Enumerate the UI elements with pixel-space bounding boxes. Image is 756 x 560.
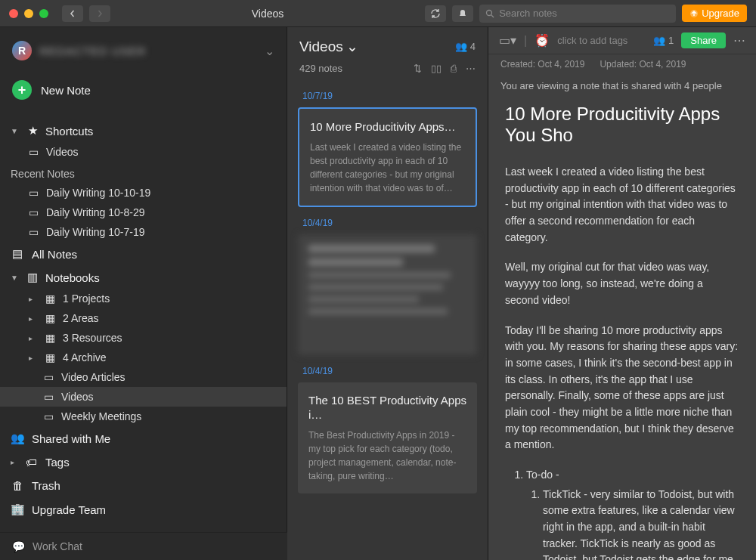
sidebar: R REDACTED USER ⌄ + New Note ▼ ★ Shortcu…: [0, 27, 287, 560]
note-title[interactable]: 10 More Producitivity Apps You Sho: [505, 104, 739, 146]
svg-point-0: [487, 10, 492, 15]
chevron-right-icon: ▸: [29, 334, 38, 342]
notebook-icon: ▭: [44, 391, 54, 403]
note-card-selected[interactable]: 10 More Producitivity Apps… Last week I …: [298, 107, 477, 207]
notebooks-section[interactable]: ▼ ▥ Notebooks: [0, 266, 287, 289]
search-input[interactable]: Search notes: [479, 5, 676, 23]
note-icon: ▭: [29, 187, 39, 199]
note-more-button[interactable]: ⋯: [733, 33, 745, 48]
note-card-title: The 10 BEST Productivity Apps i…: [308, 393, 466, 422]
add-tags-input[interactable]: click to add tags: [557, 35, 627, 46]
titlebar: Videos Search notes Upgrade: [0, 0, 756, 27]
notebook-icon: ▭: [44, 371, 54, 383]
sidebar-item-allnotes[interactable]: ▤ All Notes: [0, 242, 287, 266]
notebook-icon: ▭: [44, 410, 54, 422]
shortcuts-section[interactable]: ▼ ★ Shortcuts: [0, 119, 287, 142]
note-icon: ▭: [29, 146, 39, 158]
account-switcher[interactable]: R REDACTED USER ⌄: [0, 35, 287, 67]
notifications-button[interactable]: [452, 5, 473, 22]
maximize-window-icon[interactable]: [39, 9, 48, 18]
upgrade-button[interactable]: Upgrade: [682, 5, 747, 22]
tag-icon: 🏷: [24, 456, 38, 469]
note-card-preview: The Best Productivity Apps in 2019 - my …: [308, 429, 466, 483]
back-button[interactable]: [62, 5, 83, 22]
search-icon: [485, 9, 494, 18]
note-paragraph: Last week I created a video listing the …: [505, 164, 739, 246]
note-card-title: 10 More Producitivity Apps…: [310, 119, 465, 135]
chevron-right-icon: ▸: [29, 295, 38, 303]
account-name: REDACTED USER: [39, 45, 146, 57]
sidebar-item-notebook[interactable]: ▸▦2 Areas: [0, 308, 287, 328]
star-icon: ★: [26, 124, 39, 138]
minimize-window-icon[interactable]: [24, 9, 33, 18]
note-card-preview: Last week I created a video listing the …: [310, 141, 465, 195]
stack-icon: ▦: [45, 351, 55, 364]
building-icon: 🏢: [11, 503, 24, 516]
window-controls: [9, 9, 48, 18]
created-date: Created: Oct 4, 2019: [500, 59, 584, 70]
recent-notes-label: Recent Notes: [0, 162, 287, 183]
sidebar-item-recent[interactable]: ▭Daily Writing 10-10-19: [0, 183, 287, 203]
note-detail-panel: ▭▾ | ⏰ click to add tags 👥 1 Share ⋯ Cre…: [488, 27, 756, 560]
more-button[interactable]: ⋯: [466, 63, 476, 74]
sidebar-item-recent[interactable]: ▭Daily Writing 10-8-29: [0, 203, 287, 222]
notebook-icon: ▥: [26, 271, 39, 284]
sidebar-item-notebook[interactable]: ▸▦4 Archive: [0, 348, 287, 367]
chevron-down-icon: ⌄: [265, 44, 274, 58]
note-count: 429 notes: [299, 63, 342, 74]
chevron-down-icon: ⌄: [346, 38, 358, 55]
chevron-right-icon: ▸: [29, 354, 38, 362]
svg-line-1: [491, 15, 494, 17]
list-item: TickTick - very similar to Todoist, but …: [543, 487, 739, 560]
stack-icon: ▦: [45, 312, 55, 324]
sidebar-item-trash[interactable]: 🗑 Trash: [0, 474, 287, 497]
note-card[interactable]: The 10 BEST Productivity Apps i… The Bes…: [298, 382, 477, 493]
chevron-down-icon: ▼: [11, 274, 20, 282]
updated-date: Updated: Oct 4, 2019: [600, 59, 686, 70]
date-label: 10/4/19: [302, 218, 477, 228]
note-list-panel: Videos ⌄ 👥 4 429 notes ⇅ ▯▯ ⎙ ⋯ 10/7/19 …: [287, 27, 488, 560]
sidebar-item-tags[interactable]: ▸ 🏷 Tags: [0, 450, 287, 474]
forward-button[interactable]: [89, 5, 110, 22]
users-icon: 👥: [11, 432, 24, 445]
sidebar-item-shortcut[interactable]: ▭ Videos: [0, 142, 287, 162]
chat-icon: 💬: [12, 540, 25, 552]
avatar: R: [12, 41, 32, 60]
sidebar-item-notebook[interactable]: ▭Weekly Meetings: [0, 407, 287, 426]
plus-icon: +: [12, 80, 32, 100]
chevron-right-icon: ▸: [29, 314, 38, 323]
chevron-right-icon: ▸: [11, 458, 20, 466]
trash-icon: 🗑: [11, 479, 24, 492]
close-window-icon[interactable]: [9, 9, 18, 18]
note-icon: ▭: [29, 226, 39, 238]
share-button[interactable]: Share: [681, 32, 726, 48]
sidebar-item-notebook-selected[interactable]: ▭Videos: [0, 387, 287, 407]
notebook-picker[interactable]: ▭▾: [499, 33, 516, 48]
sidebar-item-notebook[interactable]: ▸▦1 Projects: [0, 289, 287, 308]
arrow-up-circle-icon: [689, 9, 699, 18]
sync-button[interactable]: [425, 5, 446, 22]
note-body[interactable]: 10 More Producitivity Apps You Sho Last …: [488, 97, 756, 560]
notes-icon: ▤: [11, 247, 24, 261]
notelist-people[interactable]: 👥 4: [455, 41, 476, 52]
share-people[interactable]: 👥 1: [653, 35, 674, 46]
sidebar-item-upgrade-team[interactable]: 🏢 Upgrade Team: [0, 497, 287, 521]
filter-button[interactable]: ⎙: [451, 63, 457, 74]
list-item: To-do - TickTick - very similar to Todoi…: [526, 467, 739, 560]
notelist-title[interactable]: Videos ⌄: [299, 38, 358, 55]
date-label: 10/4/19: [302, 366, 477, 376]
sidebar-item-recent[interactable]: ▭Daily Writing 10-7-19: [0, 222, 287, 242]
note-card-blurred[interactable]: [298, 234, 477, 355]
new-note-button[interactable]: + New Note: [0, 74, 287, 106]
users-icon: 👥: [455, 41, 467, 52]
note-paragraph: Well, my original cut for that video was…: [505, 259, 739, 308]
sidebar-item-shared[interactable]: 👥 Shared with Me: [0, 426, 287, 450]
work-chat-button[interactable]: 💬 Work Chat: [0, 532, 287, 560]
sort-button[interactable]: ⇅: [414, 63, 422, 74]
sidebar-item-notebook[interactable]: ▸▦3 Resources: [0, 328, 287, 348]
share-notice: You are viewing a note that is shared wi…: [488, 74, 756, 97]
window-title: Videos: [116, 8, 419, 20]
view-toggle-button[interactable]: ▯▯: [431, 63, 442, 74]
reminder-button[interactable]: ⏰: [534, 33, 550, 48]
sidebar-item-notebook[interactable]: ▭Video Articles: [0, 367, 287, 387]
